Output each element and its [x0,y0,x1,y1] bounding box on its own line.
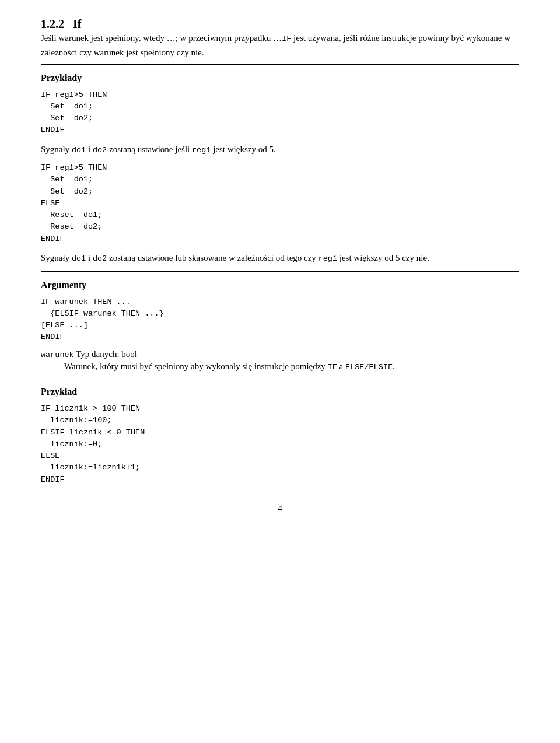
divider-2 [41,271,519,272]
divider-1 [41,64,519,65]
description-2: Sygnały do1 i do2 zostaną ustawione lub … [41,251,519,265]
page-number: 4 [41,503,519,513]
section-heading: 1.2.2 If [41,17,519,31]
intro-paragraph: Jeśli warunek jest spełniony, wtedy …; w… [41,31,519,59]
argument-type: Typ danych: bool [76,349,137,359]
heading-przyklady1: Przykłady [41,73,519,83]
description-1: Sygnały do1 i do2 zostaną ustawione jeśl… [41,142,519,157]
divider-3 [41,378,519,378]
section-title: If [73,17,81,30]
code-example-3: IF licznik > 100 THEN licznik:=100; ELSI… [41,403,519,486]
argument-warunek: warunek Typ danych: bool Warunek, który … [41,349,519,374]
section-number: 1.2.2 [41,17,64,30]
heading-przyklad2: Przykład [41,387,519,397]
code-example-1: IF reg1>5 THEN Set do1; Set do2; ENDIF [41,89,519,136]
argument-description: Warunek, który musi być spełniony aby wy… [64,359,519,374]
heading-argumenty: Argumenty [41,280,519,290]
syntax-block: IF warunek THEN ... {ELSIF warunek THEN … [41,296,519,344]
argument-name: warunek [41,351,74,359]
code-example-2: IF reg1>5 THEN Set do1; Set do2; ELSE Re… [41,162,519,245]
